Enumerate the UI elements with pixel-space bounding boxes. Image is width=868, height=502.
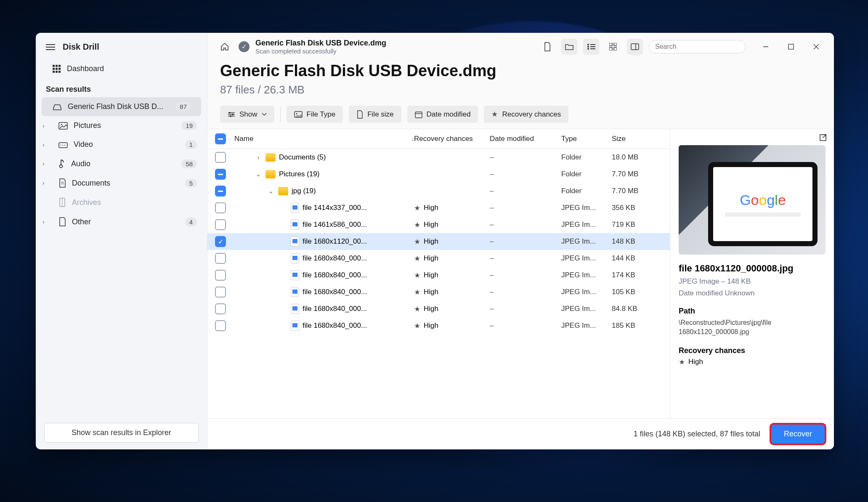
date-value: – xyxy=(490,220,561,229)
sidebar-item-device[interactable]: Generic Flash Disk USB D... 87 xyxy=(42,97,201,116)
svg-rect-8 xyxy=(58,71,61,73)
jpeg-file-icon xyxy=(291,203,299,213)
details-path: \Reconstructed\Pictures\jpg\file 1680x11… xyxy=(679,318,826,337)
expand-toggle[interactable]: ⌄ xyxy=(267,188,275,194)
table-row[interactable]: file 1680x1120_00... ★High – JPEG Im... … xyxy=(207,233,670,250)
sidebar-item-audio[interactable]: › Audio 58 xyxy=(36,154,207,173)
col-name[interactable]: Name↓ xyxy=(234,135,414,143)
chevron-right-icon[interactable]: › xyxy=(42,218,45,225)
folder-view-button[interactable] xyxy=(561,39,577,55)
page-subtitle: 87 files / 26.3 MB xyxy=(220,83,821,96)
chevron-right-icon[interactable]: › xyxy=(42,160,45,167)
row-checkbox[interactable] xyxy=(215,236,226,247)
table-row[interactable]: file 1680x840_000... ★High – JPEG Im... … xyxy=(207,317,670,334)
sidebar-item-count: 5 xyxy=(185,179,197,188)
chevron-right-icon[interactable]: › xyxy=(42,122,45,129)
date-value: – xyxy=(490,153,561,162)
table-row[interactable]: file 1680x840_000... ★High – JPEG Im... … xyxy=(207,250,670,267)
filter-date-modified[interactable]: Date modified xyxy=(407,106,478,123)
row-checkbox[interactable] xyxy=(215,186,226,197)
recovery-value: High xyxy=(424,204,438,212)
svg-point-12 xyxy=(60,145,61,146)
search-input[interactable] xyxy=(655,43,739,50)
sort-indicator: ↓ xyxy=(411,135,414,142)
row-checkbox[interactable] xyxy=(215,270,226,281)
row-checkbox[interactable] xyxy=(215,219,226,230)
svg-rect-46 xyxy=(415,112,422,118)
date-value: – xyxy=(490,271,561,279)
file-name: file 1680x840_000... xyxy=(303,321,367,330)
type-value: JPEG Im... xyxy=(561,305,612,313)
chevron-right-icon[interactable]: › xyxy=(42,141,45,148)
table-row[interactable]: file 1680x840_000... ★High – JPEG Im... … xyxy=(207,284,670,300)
sidebar-item-count: 4 xyxy=(185,218,197,226)
col-recovery[interactable]: Recovery chances xyxy=(414,135,490,143)
recovery-value: High xyxy=(424,271,438,279)
jpeg-file-icon xyxy=(291,304,299,314)
minimize-icon xyxy=(763,44,769,50)
details-pane: Google file 1680x1120_000008.jpg JPEG Im… xyxy=(670,129,834,418)
filter-recovery-chances[interactable]: ★ Recovery chances xyxy=(484,106,568,123)
sidebar-item-pictures[interactable]: › Pictures 19 xyxy=(36,116,207,135)
col-type[interactable]: Type xyxy=(561,135,612,143)
menu-icon[interactable] xyxy=(46,42,55,52)
home-button[interactable] xyxy=(217,39,233,55)
close-button[interactable] xyxy=(810,40,823,53)
minimize-button[interactable] xyxy=(759,40,772,53)
row-checkbox[interactable] xyxy=(215,169,226,180)
file-view-button[interactable] xyxy=(539,39,555,55)
date-value: – xyxy=(490,237,561,246)
maximize-button[interactable] xyxy=(784,40,798,53)
table-body[interactable]: › Documents (5) – Folder 18.0 MB ⌄ Pictu… xyxy=(207,149,670,418)
table-row[interactable]: ⌄ jpg (19) – Folder 7.70 MB xyxy=(207,183,670,199)
grid-view-button[interactable] xyxy=(605,39,621,55)
date-value: – xyxy=(490,187,561,195)
svg-rect-35 xyxy=(788,44,794,49)
filter-recovery-label: Recovery chances xyxy=(502,110,561,119)
filter-file-type[interactable]: File Type xyxy=(287,106,343,123)
row-checkbox[interactable] xyxy=(215,152,226,163)
table-row[interactable]: file 1461x586_000... ★High – JPEG Im... … xyxy=(207,216,670,233)
table-row[interactable]: ⌄ Pictures (19) – Folder 7.70 MB xyxy=(207,166,670,183)
chevron-right-icon[interactable]: › xyxy=(42,180,45,186)
svg-rect-21 xyxy=(590,44,595,45)
table-row[interactable]: file 1680x840_000... ★High – JPEG Im... … xyxy=(207,300,670,317)
row-checkbox[interactable] xyxy=(215,287,226,297)
select-all-checkbox[interactable] xyxy=(215,133,226,144)
type-value: JPEG Im... xyxy=(561,204,612,212)
star-icon: ★ xyxy=(414,254,420,263)
row-checkbox[interactable] xyxy=(215,253,226,264)
col-size[interactable]: Size xyxy=(612,135,662,143)
col-date[interactable]: Date modified xyxy=(490,135,561,143)
row-checkbox[interactable] xyxy=(215,202,226,213)
svg-point-43 xyxy=(230,115,231,117)
search-box[interactable] xyxy=(649,40,746,53)
filter-file-size-label: File size xyxy=(367,110,393,119)
show-dropdown[interactable]: Show xyxy=(220,106,274,123)
sidebar-device-count: 87 xyxy=(175,102,191,111)
popout-button[interactable] xyxy=(819,133,827,142)
sidebar-item-other[interactable]: › Other 4 xyxy=(36,212,207,231)
show-in-explorer-button[interactable]: Show scan results in Explorer xyxy=(44,423,199,443)
type-value: JPEG Im... xyxy=(561,254,612,263)
date-value: – xyxy=(490,204,561,212)
sidebar-item-documents[interactable]: › Documents 5 xyxy=(36,173,207,193)
expand-toggle[interactable]: › xyxy=(255,154,262,161)
svg-point-45 xyxy=(296,113,297,114)
sidebar-item-video[interactable]: › Video 1 xyxy=(36,135,207,154)
svg-point-14 xyxy=(64,145,65,146)
size-value: 7.70 MB xyxy=(612,170,662,178)
details-date: Date modified Unknown xyxy=(679,289,826,297)
split-view-button[interactable] xyxy=(627,39,643,55)
list-view-button[interactable] xyxy=(583,39,599,55)
table-row[interactable]: › Documents (5) – Folder 18.0 MB xyxy=(207,149,670,166)
row-checkbox[interactable] xyxy=(215,320,226,331)
row-checkbox[interactable] xyxy=(215,303,226,314)
expand-toggle[interactable]: ⌄ xyxy=(255,171,262,178)
nav-dashboard[interactable]: Dashboard xyxy=(36,59,207,78)
recover-button[interactable]: Recover xyxy=(771,425,825,444)
table-row[interactable]: file 1680x840_000... ★High – JPEG Im... … xyxy=(207,267,670,284)
sidebar-item-archives[interactable]: Archives xyxy=(36,193,207,212)
table-row[interactable]: file 1414x337_000... ★High – JPEG Im... … xyxy=(207,199,670,216)
filter-file-size[interactable]: File size xyxy=(349,106,401,123)
